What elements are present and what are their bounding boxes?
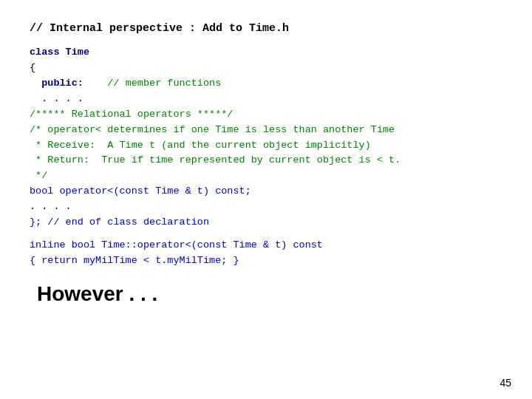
brace-open: { bbox=[30, 62, 35, 73]
inline-line1: inline bool Time::operator<(const Time &… bbox=[30, 239, 323, 250]
comment-close: */ bbox=[30, 170, 47, 181]
inline-line2: { return myMilTime < t.myMilTime; } bbox=[30, 255, 239, 266]
slide-container: // Internal perspective : Add to Time.h … bbox=[0, 0, 532, 399]
comment-receive: * Receive: A Time t (and the current obj… bbox=[30, 140, 371, 151]
comment-relational: /***** Relational operators *****/ bbox=[30, 109, 233, 120]
however-text: However . . . bbox=[37, 282, 502, 306]
code-block-main: class Time { public: // member functions… bbox=[30, 45, 502, 231]
code-block-inline: inline bool Time::operator<(const Time &… bbox=[30, 238, 502, 269]
slide-heading: // Internal perspective : Add to Time.h bbox=[30, 22, 502, 35]
comment-return: * Return: True if time represented by cu… bbox=[30, 154, 400, 166]
bool-operator-line: bool operator<(const Time & t) const; bbox=[30, 185, 251, 197]
public-line: public: // member functions bbox=[41, 78, 221, 89]
keyword-class: class Time bbox=[30, 47, 89, 58]
dots-line1: . . . . bbox=[41, 93, 83, 104]
dots-line2: . . . . bbox=[30, 201, 72, 212]
comment-operator-desc: /* operator< determines if one Time is l… bbox=[30, 124, 395, 135]
page-number: 45 bbox=[499, 377, 511, 389]
end-class-line: }; // end of class declaration bbox=[30, 216, 209, 228]
